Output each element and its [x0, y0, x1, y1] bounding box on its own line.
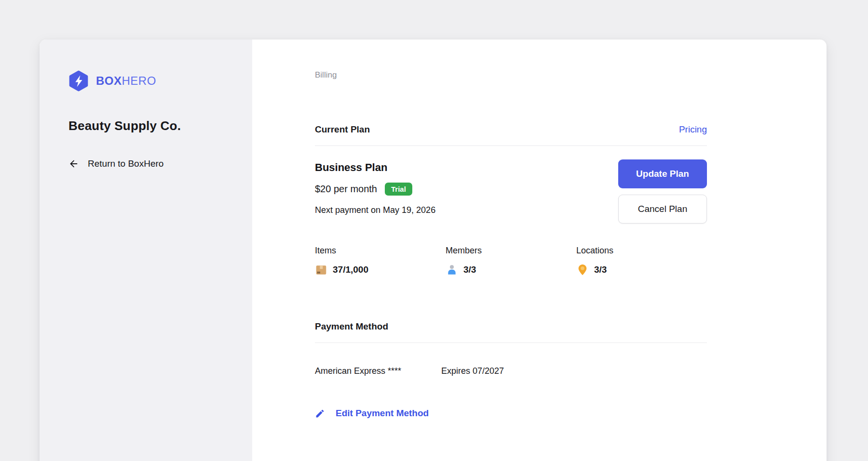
- page-title: Billing: [315, 70, 707, 80]
- trial-badge: Trial: [385, 183, 412, 196]
- member-icon: [446, 263, 458, 276]
- company-name: Beauty Supply Co.: [68, 119, 233, 133]
- boxhero-wordmark: BOXHERO: [96, 74, 156, 88]
- stat-locations-value-row: 3/3: [576, 263, 707, 276]
- stat-members-value: 3/3: [463, 264, 476, 275]
- stat-members: Members 3/3: [446, 246, 576, 276]
- edit-payment-method-label: Edit Payment Method: [336, 408, 429, 419]
- update-plan-button[interactable]: Update Plan: [618, 159, 707, 188]
- box-icon: [315, 263, 327, 276]
- payment-method-section: Payment Method American Express **** Exp…: [315, 321, 707, 419]
- stat-members-value-row: 3/3: [446, 263, 576, 276]
- boxhero-hexagon-icon: [68, 70, 89, 92]
- payment-method-title: Payment Method: [315, 321, 388, 332]
- plan-usage-stats: Items 37/1,000 Members: [315, 246, 707, 276]
- stat-items-value: 37/1,000: [333, 264, 368, 275]
- stat-locations: Locations 3/3: [576, 246, 707, 276]
- wordmark-box: BOX: [96, 74, 122, 87]
- stat-locations-value: 3/3: [594, 264, 607, 275]
- price-row: $20 per month Trial: [315, 183, 435, 196]
- stat-members-label: Members: [446, 246, 576, 256]
- stat-items: Items 37/1,000: [315, 246, 446, 276]
- stat-locations-label: Locations: [576, 246, 707, 256]
- plan-name: Business Plan: [315, 161, 435, 174]
- current-plan-header: Current Plan Pricing: [315, 124, 707, 146]
- return-link-label: Return to BoxHero: [88, 158, 163, 169]
- main-content: Billing Current Plan Pricing Business Pl…: [252, 40, 827, 461]
- pricing-link[interactable]: Pricing: [679, 124, 707, 135]
- next-payment-text: Next payment on May 19, 2026: [315, 205, 435, 215]
- stat-items-value-row: 37/1,000: [315, 263, 446, 276]
- stat-items-label: Items: [315, 246, 446, 256]
- arrow-left-icon: [68, 158, 79, 169]
- plan-price: $20 per month: [315, 184, 377, 195]
- location-pin-icon: [576, 263, 589, 276]
- payment-card-expiry: Expires 07/2027: [441, 366, 504, 376]
- app-window: BOXHERO Beauty Supply Co. Return to BoxH…: [40, 40, 827, 461]
- plan-info: Business Plan $20 per month Trial Next p…: [315, 161, 435, 224]
- plan-details-row: Business Plan $20 per month Trial Next p…: [315, 161, 707, 224]
- payment-method-header: Payment Method: [315, 321, 707, 343]
- sidebar: BOXHERO Beauty Supply Co. Return to BoxH…: [40, 40, 252, 461]
- payment-card-row: American Express **** Expires 07/2027: [315, 366, 707, 376]
- cancel-plan-button[interactable]: Cancel Plan: [618, 195, 707, 224]
- pencil-icon: [315, 408, 325, 419]
- payment-card-name: American Express ****: [315, 366, 441, 376]
- current-plan-title: Current Plan: [315, 124, 370, 135]
- wordmark-hero: HERO: [122, 74, 156, 87]
- current-plan-section: Current Plan Pricing Business Plan $20 p…: [315, 124, 707, 276]
- plan-action-buttons: Update Plan Cancel Plan: [618, 159, 707, 224]
- return-to-boxhero-link[interactable]: Return to BoxHero: [68, 158, 233, 169]
- boxhero-logo[interactable]: BOXHERO: [68, 70, 233, 92]
- edit-payment-method-link[interactable]: Edit Payment Method: [315, 408, 707, 419]
